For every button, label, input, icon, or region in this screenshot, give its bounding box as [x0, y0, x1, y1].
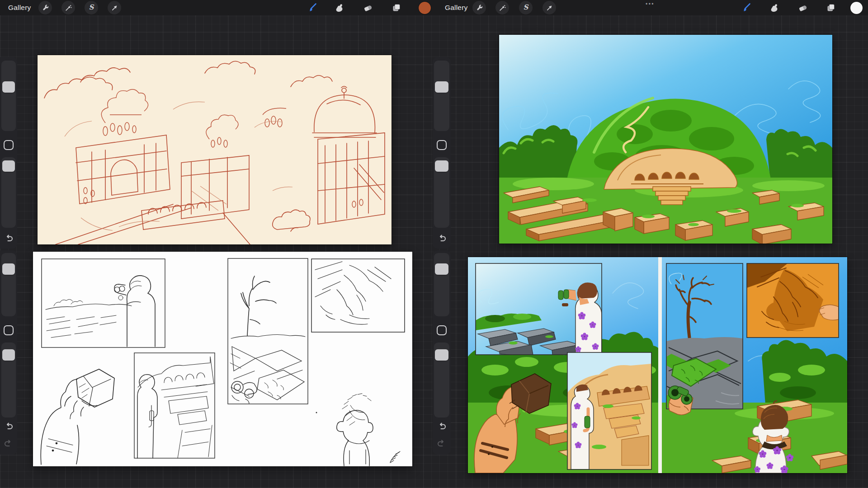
gallery-button-right[interactable]: Gallery	[445, 0, 468, 15]
canvas-color-comic[interactable]	[468, 257, 847, 473]
brush-opacity-handle[interactable]	[435, 349, 448, 361]
sidebar-brush-controls	[433, 57, 451, 249]
actions-wrench-icon[interactable]	[38, 1, 52, 14]
undo-icon[interactable]	[3, 421, 14, 433]
selection-icon[interactable]: S	[519, 1, 533, 14]
top-toolbar: Gallery S ••• Gallery S	[0, 0, 868, 15]
undo-icon[interactable]	[436, 233, 448, 245]
storyboard-sketch-artwork	[33, 252, 412, 466]
brush-size-handle[interactable]	[2, 81, 15, 93]
color-swatch-left[interactable]	[419, 2, 431, 14]
window-controls-handle[interactable]: •••	[640, 0, 660, 8]
redo-icon[interactable]	[436, 438, 448, 450]
sidebar-brush-controls	[0, 57, 17, 249]
modify-button[interactable]	[437, 140, 447, 150]
brush-size-slider[interactable]	[1, 61, 16, 131]
adjustments-wand-icon[interactable]	[495, 1, 509, 14]
sketch-city-artwork	[38, 55, 392, 244]
brush-opacity-handle[interactable]	[435, 160, 448, 172]
modify-button[interactable]	[437, 325, 447, 335]
layers-icon[interactable]	[391, 2, 402, 13]
brush-opacity-handle[interactable]	[2, 349, 15, 361]
brush-size-handle[interactable]	[435, 81, 448, 93]
transform-arrow-icon[interactable]	[108, 1, 121, 14]
brush-size-slider[interactable]	[434, 61, 449, 131]
undo-icon[interactable]	[3, 233, 14, 245]
sidebar-brush-controls	[0, 250, 17, 455]
redo-icon[interactable]	[3, 438, 14, 450]
canvas-storyboard-sketch[interactable]	[33, 252, 412, 466]
smudge-finger-icon[interactable]	[769, 2, 779, 13]
adjustments-wand-icon[interactable]	[61, 1, 75, 14]
canvas-sketch-city[interactable]	[38, 55, 392, 244]
paint-brush-icon[interactable]	[307, 2, 317, 13]
selection-icon[interactable]: S	[85, 1, 98, 14]
eraser-icon[interactable]	[797, 2, 808, 13]
layers-icon[interactable]	[826, 2, 836, 13]
sidebar-brush-controls	[433, 250, 451, 455]
gallery-button-left[interactable]: Gallery	[8, 0, 31, 15]
brush-size-handle[interactable]	[2, 263, 15, 275]
color-comic-artwork	[468, 257, 847, 473]
smudge-finger-icon[interactable]	[334, 2, 344, 13]
actions-wrench-icon[interactable]	[472, 1, 486, 14]
modify-button[interactable]	[4, 325, 14, 335]
eraser-icon[interactable]	[362, 2, 373, 13]
procreate-split-screen: { "colors": { "background": "#222225", "…	[0, 0, 868, 488]
modify-button[interactable]	[4, 140, 14, 150]
color-swatch-right[interactable]	[850, 2, 863, 14]
undo-icon[interactable]	[436, 421, 448, 433]
brush-size-slider[interactable]	[1, 253, 16, 316]
paint-brush-icon[interactable]	[741, 2, 751, 13]
color-landscape-artwork	[499, 35, 832, 244]
canvas-color-landscape[interactable]	[499, 35, 832, 244]
brush-opacity-handle[interactable]	[2, 160, 15, 172]
transform-arrow-icon[interactable]	[542, 1, 556, 14]
brush-size-slider[interactable]	[434, 253, 449, 316]
brush-size-handle[interactable]	[435, 263, 448, 275]
